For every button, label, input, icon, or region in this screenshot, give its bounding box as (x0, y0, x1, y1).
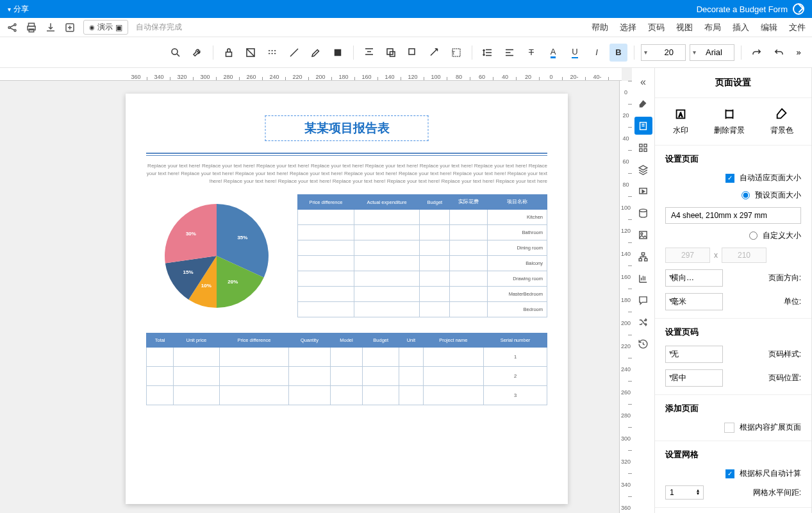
shuffle-icon[interactable] (634, 313, 652, 331)
font-color-button[interactable]: A (544, 44, 562, 62)
line-height-button[interactable] (479, 44, 497, 62)
canvas[interactable]: -40-200204060801001201401601802002202402… (0, 68, 632, 513)
highlight-button[interactable] (307, 44, 325, 62)
page-setup-icon[interactable] (634, 117, 652, 135)
chart-icon[interactable] (634, 269, 652, 287)
line-style-button[interactable] (263, 44, 281, 62)
menu-file[interactable]: 文件 (789, 22, 806, 33)
svg-point-4 (8, 26, 10, 28)
share-icon[interactable] (6, 22, 18, 33)
svg-rect-14 (226, 52, 232, 56)
fill-button[interactable] (329, 44, 347, 62)
image-icon[interactable] (634, 226, 652, 244)
pgnum-style-select[interactable]: 无 (665, 346, 723, 363)
app-title: Decorate a Budget Form (697, 4, 788, 14)
svg-point-5 (14, 24, 16, 26)
menu-view[interactable]: 视图 (676, 22, 693, 33)
svg-point-6 (14, 29, 16, 31)
svg-point-22 (640, 209, 647, 212)
check-icon[interactable]: ✓ (725, 174, 734, 183)
export-icon[interactable] (64, 22, 76, 33)
share-dropdown-icon[interactable]: ▾ (8, 6, 11, 13)
orient-select[interactable]: 横向… (665, 269, 723, 287)
search-icon[interactable] (167, 44, 185, 62)
menu-edit[interactable]: 编辑 (761, 22, 777, 33)
align-button[interactable] (501, 44, 518, 62)
svg-rect-25 (642, 253, 644, 255)
grid-h-input[interactable]: 1▴▾ (665, 485, 704, 500)
pgnum-pos-select[interactable]: 居中 (665, 369, 723, 387)
detail-table[interactable]: Serial numberProject nameUnitBudgetModel… (146, 333, 547, 405)
wrench-icon[interactable] (188, 44, 206, 62)
shape2-button[interactable] (382, 44, 400, 62)
layers-icon[interactable] (634, 160, 652, 178)
font-select[interactable]: Arial (690, 44, 734, 61)
grid-auto-check[interactable]: ✓ (725, 469, 734, 478)
page-title[interactable]: 某某项目报告表 (265, 115, 429, 141)
titlebar: Decorate a Budget Form 分享 ▾ (0, 0, 812, 18)
grid-icon[interactable] (634, 139, 652, 156)
redo-icon[interactable] (748, 44, 766, 62)
extend-checkbox[interactable] (724, 423, 734, 433)
menu-select[interactable]: 选择 (620, 22, 636, 33)
menu-layout[interactable]: 布局 (704, 22, 721, 33)
svg-text:T: T (452, 50, 455, 56)
database-icon[interactable] (634, 204, 652, 222)
connector-button[interactable] (426, 44, 443, 62)
svg-rect-18 (644, 144, 647, 146)
width-input[interactable] (722, 248, 766, 263)
menu-insert[interactable]: 插入 (733, 22, 749, 33)
text-box-button[interactable]: T (447, 44, 465, 62)
history-icon[interactable] (634, 335, 652, 353)
download-icon[interactable] (45, 22, 56, 33)
size-select[interactable]: 20 (641, 44, 686, 61)
menu-page[interactable]: 页码 (648, 22, 665, 33)
undo-icon[interactable] (770, 44, 788, 62)
watermark-tab[interactable]: A水印 (673, 107, 688, 136)
preset-size-select[interactable]: A4 sheet, 210mm x 297 mm (665, 207, 801, 224)
app-logo-icon (793, 3, 804, 15)
unit-select[interactable]: 毫米 (665, 293, 723, 310)
side-toolbar: » (632, 68, 655, 513)
strikethrough-button[interactable]: T (522, 44, 540, 62)
comment-icon[interactable] (634, 291, 652, 309)
tree-icon[interactable] (634, 248, 652, 265)
lock-button[interactable] (220, 44, 238, 62)
page-number-section: 设置页码 无页码样式: 居中页码位置: (655, 319, 811, 395)
menu-help[interactable]: 帮助 (592, 22, 608, 33)
svg-rect-27 (645, 258, 647, 261)
svg-rect-9 (409, 49, 415, 55)
collapse-side-icon[interactable]: » (634, 73, 652, 91)
budget-table[interactable]: 项目名称实际花费BudgetActual expenditurePrice di… (297, 194, 547, 317)
custom-radio[interactable] (749, 231, 758, 240)
noborder-button[interactable] (242, 44, 260, 62)
panel-title: 页面设置 (655, 68, 811, 98)
collapse-toolbar-icon[interactable]: « (791, 46, 806, 60)
preview-button[interactable]: ▣演示◉ (83, 20, 128, 35)
svg-rect-19 (640, 148, 642, 151)
underline-button[interactable]: U (566, 44, 584, 62)
texture-tab[interactable]: 删除背景 (714, 107, 745, 136)
svg-rect-20 (644, 148, 647, 151)
line-button[interactable] (285, 44, 303, 62)
preset-radio[interactable] (742, 191, 750, 199)
slide-icon[interactable] (634, 182, 652, 200)
lorem-text[interactable]: Replace your text here! Replace your tex… (146, 162, 547, 185)
print-icon[interactable] (26, 22, 37, 33)
autosave-status: 自动保存完成 (136, 22, 182, 33)
bg-tab[interactable]: 背景色 (770, 107, 793, 136)
menubar: 文件 编辑 插入 布局 视图 页码 选择 帮助 自动保存完成 ▣演示◉ (0, 18, 812, 37)
bold-button[interactable]: B (609, 44, 627, 62)
height-input[interactable] (665, 248, 710, 263)
align-obj-button[interactable] (360, 44, 378, 62)
add-page-section: 添加页面 根据内容扩展页面 (655, 395, 811, 441)
page-size-section: 设置页面 ✓自动适应页面大小 预设页面大小 A4 sheet, 210mm x … (655, 146, 811, 319)
share-button[interactable]: 分享 (13, 4, 29, 15)
paint-icon[interactable] (634, 95, 652, 113)
pie-chart[interactable]: 35%20%10%15%30% (159, 198, 274, 314)
document-page[interactable]: 某某项目报告表 Replace your text here! Replace … (126, 94, 568, 504)
italic-button[interactable]: I (588, 44, 606, 62)
shape-button[interactable] (404, 44, 422, 62)
svg-rect-23 (640, 231, 647, 238)
svg-rect-26 (639, 258, 642, 261)
